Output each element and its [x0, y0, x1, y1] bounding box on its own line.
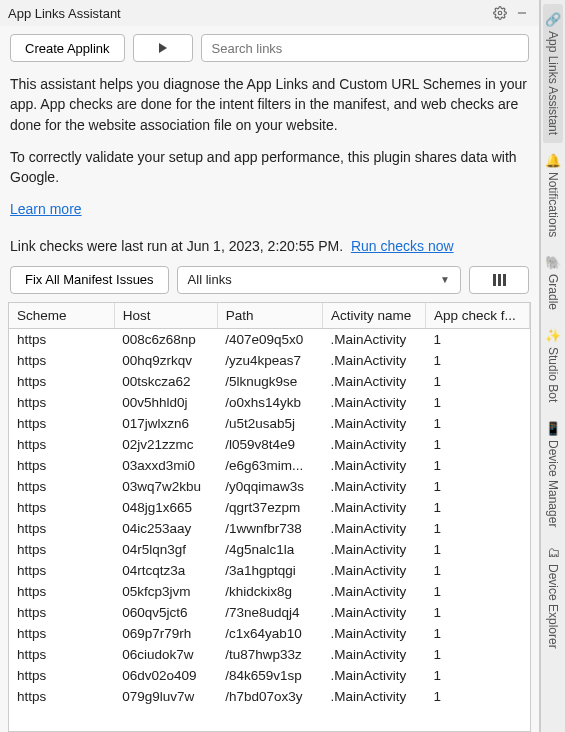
gear-icon[interactable] [491, 4, 509, 22]
cell-activity: .MainActivity [322, 602, 425, 623]
cell-scheme: https [9, 392, 114, 413]
cell-path: /u5t2usab5j [217, 413, 322, 434]
minimize-icon[interactable] [513, 4, 531, 22]
rail-item-device-explorer[interactable]: 🗂Device Explorer [544, 537, 562, 657]
cell-path: /yzu4kpeas7 [217, 350, 322, 371]
toolbar: Create Applink [0, 26, 539, 70]
table-row[interactable]: https02jv21zzmc/l059v8t4e9.MainActivity1 [9, 434, 530, 455]
cell-activity: .MainActivity [322, 350, 425, 371]
header-check[interactable]: App check f... [426, 303, 530, 329]
cell-check: 1 [426, 434, 530, 455]
rail-item-gradle[interactable]: 🐘Gradle [543, 247, 563, 318]
table-row[interactable]: https00v5hhld0j/o0xhs14ykb.MainActivity1 [9, 392, 530, 413]
cell-path: /khidckix8g [217, 581, 322, 602]
cell-check: 1 [426, 581, 530, 602]
search-input[interactable] [201, 34, 529, 62]
status-prefix: Link checks were last run at [10, 238, 187, 254]
run-checks-link[interactable]: Run checks now [351, 238, 454, 254]
status-row: Link checks were last run at Jun 1, 2023… [0, 232, 539, 260]
gradle-icon: 🐘 [545, 255, 561, 270]
rail-item-studio-bot[interactable]: ✨Studio Bot [543, 320, 563, 410]
table-row[interactable]: https04r5lqn3gf/4g5nalc1la.MainActivity1 [9, 539, 530, 560]
cell-scheme: https [9, 518, 114, 539]
columns-button[interactable] [469, 266, 529, 294]
right-tool-rail: 🔗App Links Assistant🔔Notifications🐘Gradl… [540, 0, 565, 732]
rail-item-app-links-assistant[interactable]: 🔗App Links Assistant [543, 4, 563, 143]
create-applink-button[interactable]: Create Applink [10, 34, 125, 62]
cell-path: /84k659v1sp [217, 665, 322, 686]
cell-activity: .MainActivity [322, 434, 425, 455]
cell-check: 1 [426, 413, 530, 434]
cell-scheme: https [9, 455, 114, 476]
cell-activity: .MainActivity [322, 686, 425, 707]
cell-check: 1 [426, 602, 530, 623]
cell-scheme: https [9, 686, 114, 707]
table-row[interactable]: https008c6z68np/407e09q5x0.MainActivity1 [9, 328, 530, 350]
svg-point-0 [498, 11, 502, 15]
description-block: This assistant helps you diagnose the Ap… [0, 70, 539, 232]
table-row[interactable]: https03axxd3mi0/e6g63mim....MainActivity… [9, 455, 530, 476]
cell-host: 03axxd3mi0 [114, 455, 217, 476]
header-scheme[interactable]: Scheme [9, 303, 114, 329]
cell-host: 069p7r79rh [114, 623, 217, 644]
table-row[interactable]: https03wq7w2kbu/y0qqimaw3s.MainActivity1 [9, 476, 530, 497]
cell-scheme: https [9, 539, 114, 560]
app-links-panel: App Links Assistant Create Applink This … [0, 0, 540, 732]
table-row[interactable]: https05kfcp3jvm/khidckix8g.MainActivity1 [9, 581, 530, 602]
cell-check: 1 [426, 476, 530, 497]
cell-activity: .MainActivity [322, 518, 425, 539]
rail-item-notifications[interactable]: 🔔Notifications [543, 145, 563, 245]
table-row[interactable]: https00tskcza62/5lknugk9se.MainActivity1 [9, 371, 530, 392]
rail-item-device-manager[interactable]: 📱Device Manager [543, 413, 563, 535]
table-row[interactable]: https060qv5jct6/73ne8udqj4.MainActivity1 [9, 602, 530, 623]
table-row[interactable]: https079g9luv7w/h7bd07ox3y.MainActivity1 [9, 686, 530, 707]
cell-path: /5lknugk9se [217, 371, 322, 392]
controls-row: Fix All Manifest Issues All links ▼ [0, 260, 539, 298]
header-path[interactable]: Path [217, 303, 322, 329]
table-row[interactable]: https00hq9zrkqv/yzu4kpeas7.MainActivity1 [9, 350, 530, 371]
chevron-down-icon: ▼ [440, 274, 450, 285]
description-p1: This assistant helps you diagnose the Ap… [10, 74, 529, 135]
cell-host: 00v5hhld0j [114, 392, 217, 413]
cell-host: 03wq7w2kbu [114, 476, 217, 497]
cell-activity: .MainActivity [322, 413, 425, 434]
cell-check: 1 [426, 328, 530, 350]
cell-host: 04rtcqtz3a [114, 560, 217, 581]
cell-host: 02jv21zzmc [114, 434, 217, 455]
table-header-row: Scheme Host Path Activity name App check… [9, 303, 530, 329]
table-row[interactable]: https06ciudok7w/tu87hwp33z.MainActivity1 [9, 644, 530, 665]
cell-path: /h7bd07ox3y [217, 686, 322, 707]
header-activity[interactable]: Activity name [322, 303, 425, 329]
header-host[interactable]: Host [114, 303, 217, 329]
cell-check: 1 [426, 644, 530, 665]
cell-check: 1 [426, 497, 530, 518]
device-manager-icon: 📱 [545, 421, 561, 436]
cell-activity: .MainActivity [322, 371, 425, 392]
cell-activity: .MainActivity [322, 328, 425, 350]
table-row[interactable]: https06dv02o409/84k659v1sp.MainActivity1 [9, 665, 530, 686]
table-row[interactable]: https069p7r79rh/c1x64yab10.MainActivity1 [9, 623, 530, 644]
studio-bot-icon: ✨ [545, 328, 561, 343]
cell-scheme: https [9, 476, 114, 497]
cell-activity: .MainActivity [322, 665, 425, 686]
cell-scheme: https [9, 434, 114, 455]
table-row[interactable]: https04rtcqtz3a/3a1hgptqgi.MainActivity1 [9, 560, 530, 581]
fix-manifest-button[interactable]: Fix All Manifest Issues [10, 266, 169, 294]
cell-host: 00tskcza62 [114, 371, 217, 392]
rail-label: App Links Assistant [546, 31, 560, 135]
links-table-wrap: Scheme Host Path Activity name App check… [8, 302, 531, 732]
cell-check: 1 [426, 455, 530, 476]
table-row[interactable]: https017jwlxzn6/u5t2usab5j.MainActivity1 [9, 413, 530, 434]
filter-dropdown[interactable]: All links ▼ [177, 266, 461, 294]
status-time: Jun 1, 2023, 2:20:55 PM. [187, 238, 343, 254]
cell-activity: .MainActivity [322, 581, 425, 602]
cell-host: 008c6z68np [114, 328, 217, 350]
table-row[interactable]: https048jg1x665/qgrt37ezpm.MainActivity1 [9, 497, 530, 518]
cell-path: /4g5nalc1la [217, 539, 322, 560]
play-button[interactable] [133, 34, 193, 62]
learn-more-link[interactable]: Learn more [10, 201, 82, 217]
cell-check: 1 [426, 518, 530, 539]
cell-path: /407e09q5x0 [217, 328, 322, 350]
table-row[interactable]: https04ic253aay/1wwnfbr738.MainActivity1 [9, 518, 530, 539]
cell-host: 04ic253aay [114, 518, 217, 539]
